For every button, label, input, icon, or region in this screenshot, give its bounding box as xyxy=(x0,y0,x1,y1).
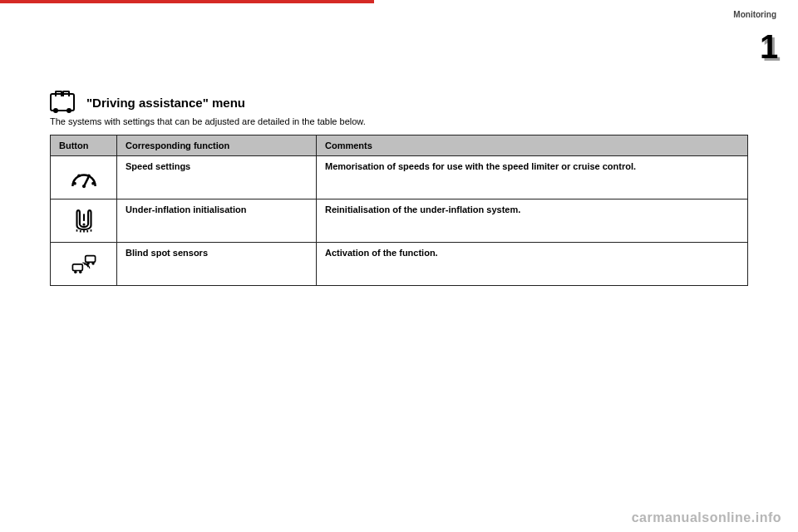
tyre-pressure-icon xyxy=(70,208,98,233)
section-heading-row: "Driving assistance" menu xyxy=(50,93,748,111)
table-row: Blind spot sensors Activation of the fun… xyxy=(51,243,748,286)
table-header-row: Button Corresponding function Comments xyxy=(51,135,748,156)
intro-text: The systems with settings that can be ad… xyxy=(50,116,748,126)
section-heading: "Driving assistance" menu xyxy=(86,96,245,110)
svg-rect-13 xyxy=(72,264,82,270)
blind-spot-icon xyxy=(70,251,98,276)
row-comment: Reinitialisation of the under-inflation … xyxy=(317,200,748,243)
car-front-icon xyxy=(50,93,75,111)
row-function: Speed settings xyxy=(117,156,317,200)
row-function: Blind spot sensors xyxy=(117,243,317,286)
row-comment: Activation of the function. xyxy=(317,243,748,286)
header-function: Corresponding function xyxy=(117,135,317,156)
manual-page: Monitoring 1 1 "Driving assistance" menu… xyxy=(0,0,798,532)
row-comment: Memorisation of speeds for use with the … xyxy=(317,156,748,200)
svg-point-15 xyxy=(79,270,81,273)
svg-point-14 xyxy=(74,270,76,273)
svg-point-2 xyxy=(87,174,91,177)
svg-point-7 xyxy=(82,223,85,225)
speed-gauge-icon xyxy=(70,165,98,190)
svg-point-3 xyxy=(91,181,95,185)
table-row: Under-inflation initialisation Reinitial… xyxy=(51,200,748,243)
header-comments: Comments xyxy=(317,135,748,156)
svg-point-5 xyxy=(81,184,85,187)
row-icon-cell xyxy=(51,200,117,243)
chapter-number: 1 xyxy=(760,30,778,63)
table-row: Speed settings Memorisation of speeds fo… xyxy=(51,156,748,200)
main-content: "Driving assistance" menu The systems wi… xyxy=(50,93,748,286)
svg-rect-16 xyxy=(85,255,95,262)
row-function: Under-inflation initialisation xyxy=(117,200,317,243)
header-button: Button xyxy=(51,135,117,156)
chapter-label: Monitoring xyxy=(733,10,776,19)
settings-table: Button Corresponding function Comments xyxy=(50,135,748,286)
row-icon-cell xyxy=(51,243,117,286)
row-icon-cell xyxy=(51,156,117,200)
svg-point-1 xyxy=(77,174,81,177)
svg-point-0 xyxy=(73,181,76,185)
top-red-bar xyxy=(0,0,374,3)
chapter-number-badge: 1 1 xyxy=(760,30,785,68)
svg-point-18 xyxy=(91,262,94,264)
watermark-text: carmanualsonline.info xyxy=(632,510,781,525)
